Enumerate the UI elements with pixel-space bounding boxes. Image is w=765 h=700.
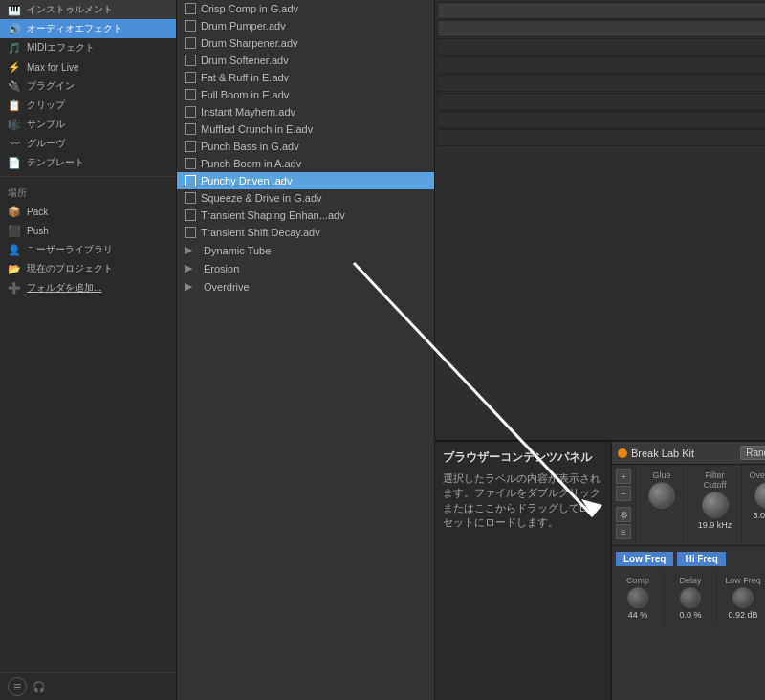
drum-overdrive-knob[interactable] — [754, 482, 765, 509]
file-list: Crisp Comp in G.adv Drum Pumper.adv Drum… — [177, 0, 435, 700]
file-list-inner: Crisp Comp in G.adv Drum Pumper.adv Drum… — [177, 0, 434, 700]
sidebar-item-audio-fx[interactable]: 🔊 オーディオエフェクト — [0, 19, 176, 38]
sidebar-item-pack[interactable]: 📦 Pack — [0, 202, 176, 221]
file-item-transient-shift[interactable]: Transient Shift Decay.adv — [177, 224, 434, 241]
sidebar-item-plugins[interactable]: 🔌 プラグイン — [0, 77, 176, 96]
chain-btn-list[interactable]: ≡ — [616, 524, 631, 539]
folder-arrow: ▶ — [185, 280, 194, 293]
sidebar: 🎹 インストゥルメント 🔊 オーディオエフェクト 🎵 MIDIエフェクト ⚡ M… — [0, 0, 177, 700]
sidebar-item-add-folder[interactable]: ➕ フォルダを追加... — [0, 278, 176, 297]
chain-btn-settings[interactable]: ⚙ — [616, 507, 631, 522]
sidebar-item-templates[interactable]: 📄 テンプレート — [0, 153, 176, 172]
file-item-muffled-crunch[interactable]: Muffled Crunch in E.adv — [177, 120, 434, 138]
drum-knob-overdrive: Overdrive 3.00 dB — [742, 465, 765, 543]
drum-filter-knob[interactable] — [702, 492, 729, 518]
pack-icon: 📦 — [8, 205, 21, 218]
midi-fx-icon: 🎵 — [8, 41, 21, 55]
file-item-squeeze-drive[interactable]: Squeeze & Drive in G.adv — [177, 189, 434, 207]
file-item-transient-shaping[interactable]: Transient Shaping Enhan...adv — [177, 207, 434, 224]
file-icon — [185, 72, 196, 83]
scroll-icon-symbol: ≡ — [13, 679, 21, 694]
tracks-area: MIDI From All Ins All Channels Monitor I… — [435, 0, 765, 440]
sidebar-item-samples[interactable]: 🎼 サンプル — [0, 115, 176, 134]
clip-row-empty — [437, 129, 765, 146]
sidebar-item-groove[interactable]: 〰 グルーヴ — [0, 134, 176, 153]
sidebar-item-midi-fx[interactable]: 🎵 MIDIエフェクト — [0, 38, 176, 57]
file-icon — [185, 89, 196, 100]
clip-row-empty — [437, 111, 765, 128]
right-panel: MIDI From All Ins All Channels Monitor I… — [435, 0, 765, 700]
folder-overdrive[interactable]: ▶ Overdrive — [177, 277, 434, 295]
max-icon: ⚡ — [8, 60, 21, 74]
drum-comp-knob[interactable] — [627, 587, 648, 608]
clip-row — [437, 2, 765, 19]
chain-btn-add[interactable]: + — [616, 469, 631, 484]
eq-section: Low Freq Hi Freq — [612, 548, 765, 570]
drum-delay-knob[interactable] — [680, 587, 701, 608]
drum-glue-knob[interactable] — [648, 482, 675, 509]
browser-panel-desc: 選択したラベルの内容が表示されます。ファイルをダブルクリックまたはここからドラッ… — [443, 471, 603, 531]
file-icon — [185, 123, 196, 135]
drum-rack-left-name: Break Lab Kit — [631, 448, 736, 459]
file-item-drum-sharpener[interactable]: Drum Sharpener.adv — [177, 34, 434, 52]
drum-knob-filter: Filter Cutoff 19.9 kHz — [688, 465, 742, 543]
file-item-fat-ruff[interactable]: Fat & Ruff in E.adv — [177, 69, 434, 86]
sidebar-bottom: ≡ 🎧 — [0, 672, 176, 700]
sidebar-item-max-for-live[interactable]: ⚡ Max for Live — [0, 57, 176, 77]
chain-buttons: + − ⚙ ≡ — [612, 465, 636, 543]
clip-row-empty — [437, 93, 765, 110]
folder-dynamic-tube[interactable]: ▶ Dynamic Tube — [177, 241, 434, 259]
file-item-drum-softener[interactable]: Drum Softener.adv — [177, 52, 434, 69]
sidebar-item-user-library[interactable]: 👤 ユーザーライブラリ — [0, 240, 176, 259]
file-item-punch-boom[interactable]: Punch Boom in A.adv — [177, 155, 434, 172]
drum-rack-rand-btn[interactable]: Rand — [740, 446, 765, 460]
current-project-icon: 📂 — [8, 262, 21, 275]
clip-row-empty — [437, 56, 765, 74]
file-icon — [185, 55, 196, 66]
drum-rack-separator — [612, 545, 765, 546]
file-icon — [185, 3, 196, 14]
bottom-area: ブラウザーコンテンツパネル 選択したラベルの内容が表示されます。ファイルをダブル… — [435, 440, 765, 700]
drum-lowfreq-knob[interactable] — [732, 587, 754, 608]
drum-rack-left-active-dot — [618, 448, 627, 458]
instruments-icon: 🎹 — [8, 3, 21, 16]
drum-knobs-top: + − ⚙ ≡ Glue Filter Cutoff 19.9 kHz — [612, 465, 765, 543]
sample-icon: 🎼 — [8, 118, 21, 131]
hi-freq-eq-btn[interactable]: Hi Freq — [677, 552, 725, 566]
clip-row-empty — [437, 75, 765, 92]
clip-icon: 📋 — [8, 98, 21, 112]
file-item-drum-pumper[interactable]: Drum Pumper.adv — [177, 17, 434, 34]
add-folder-icon: ➕ — [8, 281, 21, 295]
empty-track-space — [435, 0, 765, 440]
drum-rack-left: Break Lab Kit Rand Ma ⊕ ↺ + − ⚙ ≡ — [612, 442, 765, 700]
main-container: 🎹 インストゥルメント 🔊 オーディオエフェクト 🎵 MIDIエフェクト ⚡ M… — [0, 0, 765, 700]
sidebar-divider — [0, 176, 176, 177]
file-icon — [185, 192, 196, 204]
drum-knob-lowfreq: Low Freq 0.92 dB — [717, 570, 765, 625]
low-freq-eq-btn[interactable]: Low Freq — [616, 552, 673, 566]
folder-arrow: ▶ — [185, 262, 194, 274]
file-item-crisp-comp[interactable]: Crisp Comp in G.adv — [177, 0, 434, 17]
audio-fx-icon: 🔊 — [8, 22, 21, 35]
file-item-full-boom[interactable]: Full Boom in E.adv — [177, 86, 434, 103]
headphone-icon[interactable]: 🎧 — [33, 681, 46, 693]
scroll-icon[interactable]: ≡ — [8, 677, 27, 696]
chain-btn-minus[interactable]: − — [616, 486, 631, 501]
folder-arrow: ▶ — [185, 244, 194, 256]
push-icon: ⬛ — [8, 224, 21, 237]
sidebar-item-instruments[interactable]: 🎹 インストゥルメント — [0, 0, 176, 19]
sidebar-item-clips[interactable]: 📋 クリップ — [0, 96, 176, 115]
file-item-punch-bass[interactable]: Punch Bass in G.adv — [177, 138, 434, 155]
places-label: 場所 — [0, 181, 176, 202]
sidebar-item-current-project[interactable]: 📂 現在のプロジェクト — [0, 259, 176, 278]
clip-row-empty — [437, 38, 765, 55]
folder-erosion[interactable]: ▶ Erosion — [177, 259, 434, 277]
browser-panel-title: ブラウザーコンテンツパネル — [443, 449, 603, 466]
file-icon — [185, 141, 196, 152]
file-item-punchy-driven[interactable]: Punchy Driven .adv — [177, 172, 434, 189]
sidebar-item-push[interactable]: ⬛ Push — [0, 221, 176, 240]
file-icon — [185, 37, 196, 49]
file-item-instant-mayhem[interactable]: Instant Mayhem.adv — [177, 103, 434, 120]
drum-knobs-bottom: Comp 44 % Delay 0.0 % Low Freq 0.92 dB — [612, 570, 765, 625]
drum-rack-left-header: Break Lab Kit Rand Ma ⊕ ↺ — [612, 442, 765, 465]
